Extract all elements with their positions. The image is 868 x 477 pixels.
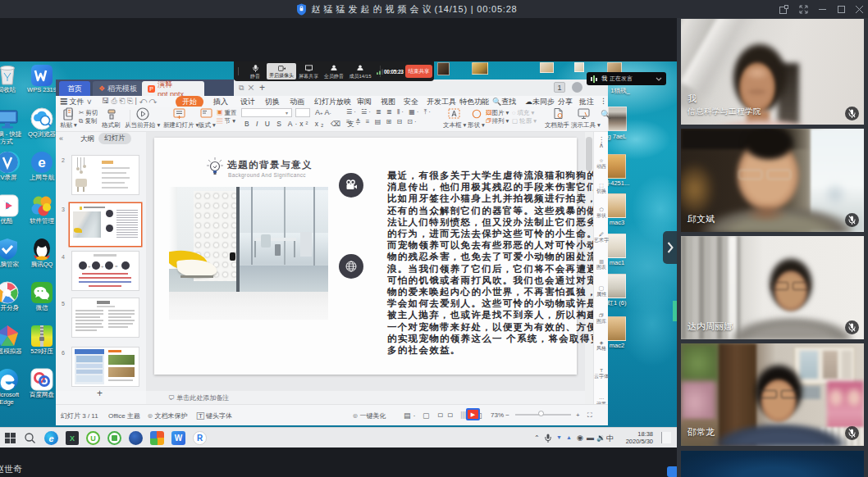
svg-text:e: e	[38, 155, 45, 170]
